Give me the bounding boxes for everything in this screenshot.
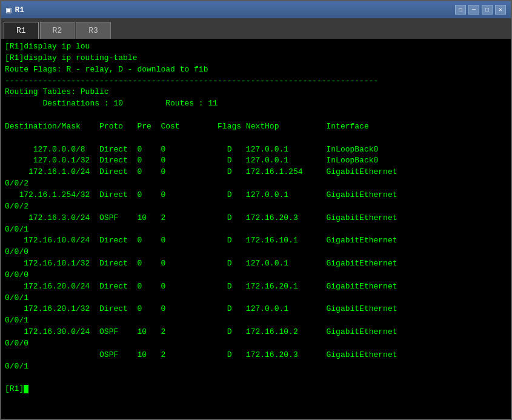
tab-r2[interactable]: R2 — [40, 22, 75, 39]
main-window: ▣ R1 ❐ ─ □ ✕ R1 R2 R3 [R1]display ip lou… — [0, 0, 512, 420]
restore-button[interactable]: ❐ — [455, 5, 466, 15]
maximize-button[interactable]: □ — [482, 5, 493, 15]
terminal-output[interactable]: [R1]display ip lou [R1]display ip routin… — [1, 39, 511, 419]
window-title: R1 — [15, 5, 24, 15]
terminal-text: [R1]display ip lou [R1]display ip routin… — [5, 41, 507, 395]
tab-bar: R1 R2 R3 — [1, 18, 511, 39]
window-controls: ❐ ─ □ ✕ — [455, 5, 506, 15]
app-icon: ▣ — [6, 5, 11, 15]
tab-r3[interactable]: R3 — [76, 22, 111, 39]
close-button[interactable]: ✕ — [495, 5, 506, 15]
minimize-button[interactable]: ─ — [468, 5, 479, 15]
terminal-cursor — [24, 385, 28, 393]
title-bar: ▣ R1 ❐ ─ □ ✕ — [1, 1, 511, 18]
tab-r1[interactable]: R1 — [4, 22, 39, 39]
title-bar-left: ▣ R1 — [6, 5, 24, 15]
